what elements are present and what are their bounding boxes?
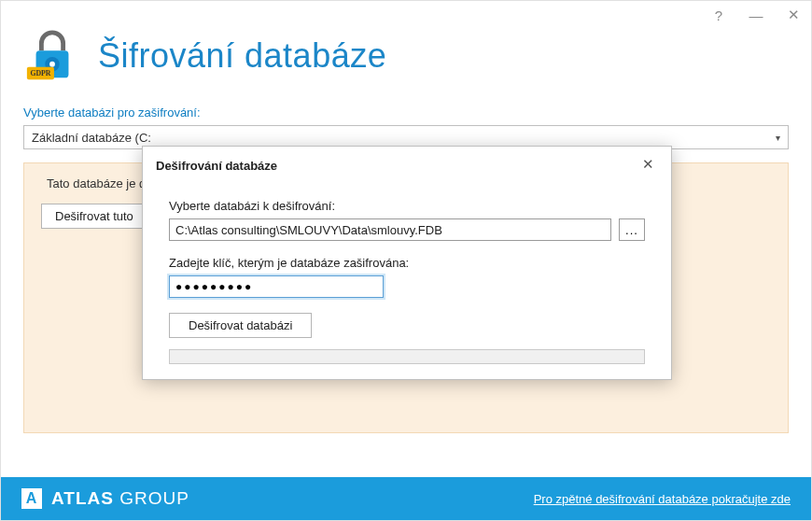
dialog-key-label: Zadejte klíč, kterým je databáze zašifro…	[169, 256, 645, 270]
progress-bar	[169, 349, 645, 364]
page-title: Šifrování databáze	[98, 36, 386, 76]
db-select-label: Vyberte databázi pro zašifrování:	[23, 106, 789, 120]
brand-name-light: GROUP	[114, 488, 189, 508]
minimize-button[interactable]: —	[744, 5, 768, 25]
gdpr-lock-icon: GDPR	[23, 27, 81, 85]
dialog-db-label: Vyberte databázi k dešifrování:	[169, 199, 645, 213]
decrypt-database-button[interactable]: Dešifrovat databázi	[169, 313, 312, 338]
decrypt-this-button[interactable]: Dešifrovat tuto	[41, 204, 147, 229]
svg-text:GDPR: GDPR	[30, 69, 50, 77]
brand-mark-icon: A	[21, 488, 42, 509]
chevron-down-icon: ▾	[776, 133, 780, 143]
brand-logo: A ATLAS GROUP	[21, 488, 189, 509]
window-titlebar: ? — ✕	[707, 1, 811, 29]
decrypt-dialog: Dešifrování databáze ✕ Vyberte databázi …	[142, 146, 672, 380]
help-button[interactable]: ?	[707, 5, 731, 25]
page-header: GDPR Šifrování databáze	[1, 1, 811, 100]
encryption-key-input[interactable]	[169, 275, 384, 298]
brand-name-bold: ATLAS	[51, 488, 114, 508]
dialog-title: Dešifrování databáze	[156, 159, 277, 173]
dialog-close-button[interactable]: ✕	[637, 156, 658, 175]
close-window-button[interactable]: ✕	[781, 5, 805, 25]
footer-bar: A ATLAS GROUP Pro zpětné dešifrování dat…	[1, 477, 811, 520]
reverse-decrypt-link[interactable]: Pro zpětné dešifrování databáze pokračuj…	[534, 492, 791, 506]
browse-button[interactable]: ...	[619, 218, 645, 241]
db-select-value: Základní databáze (C:	[32, 131, 151, 145]
svg-point-2	[49, 62, 55, 67]
db-path-input[interactable]	[169, 218, 611, 241]
